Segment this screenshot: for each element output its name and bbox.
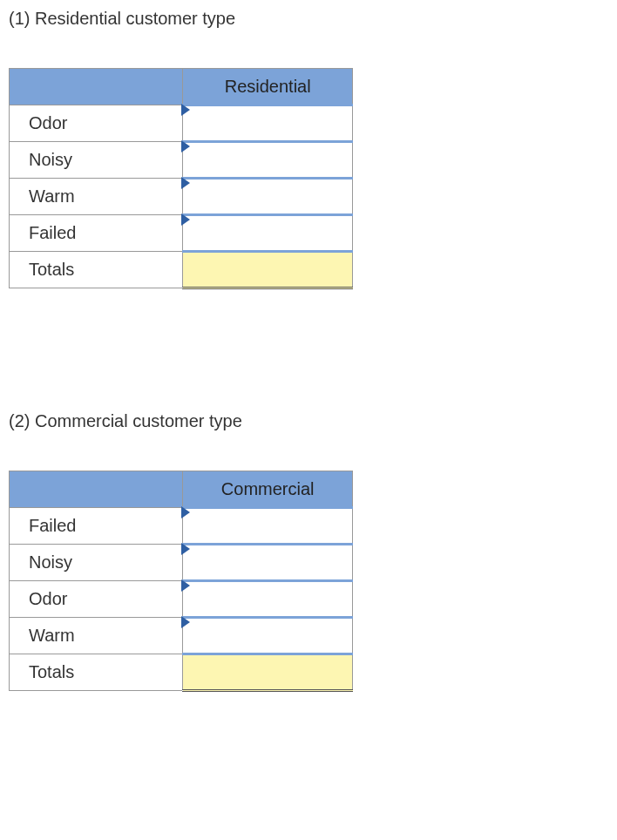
row-label: Failed: [10, 215, 183, 252]
row-label: Noisy: [10, 142, 183, 179]
input-cell[interactable]: [183, 215, 353, 252]
input-marker-icon: [181, 506, 190, 518]
input-cell[interactable]: [183, 142, 353, 179]
column-header: Residential: [183, 69, 353, 105]
section-commercial: (2) Commercial customer type Commercial …: [9, 411, 608, 692]
row-label: Warm: [10, 179, 183, 215]
table-row: Failed: [10, 215, 353, 252]
column-header: Commercial: [183, 471, 353, 508]
input-cell[interactable]: [183, 581, 353, 618]
input-marker-icon: [181, 140, 190, 152]
input-marker-icon: [181, 579, 190, 592]
table-row: Noisy: [10, 545, 353, 581]
row-label: Noisy: [10, 545, 183, 581]
table-row: Odor: [10, 581, 353, 618]
table-row: Warm: [10, 618, 353, 654]
input-marker-icon: [181, 104, 190, 116]
totals-cell: [183, 654, 353, 691]
table-header-row: Commercial: [10, 471, 353, 508]
table-row: Odor: [10, 105, 353, 142]
input-cell[interactable]: [183, 508, 353, 545]
section-title: (1) Residential customer type: [9, 9, 608, 29]
table-row: Warm: [10, 179, 353, 215]
table-corner-cell: [10, 69, 183, 105]
input-marker-icon: [181, 213, 190, 226]
input-marker-icon: [181, 177, 190, 189]
table-row: Noisy: [10, 142, 353, 179]
row-label: Warm: [10, 618, 183, 654]
input-cell[interactable]: [183, 618, 353, 654]
row-label: Odor: [10, 581, 183, 618]
table-residential: Residential Odor Noisy Warm Failed: [9, 68, 353, 289]
row-label: Odor: [10, 105, 183, 142]
section-title: (2) Commercial customer type: [9, 411, 608, 431]
table-totals-row: Totals: [10, 654, 353, 691]
totals-cell: [183, 252, 353, 288]
table-header-row: Residential: [10, 69, 353, 105]
input-cell[interactable]: [183, 105, 353, 142]
input-cell[interactable]: [183, 545, 353, 581]
input-marker-icon: [181, 543, 190, 555]
table-totals-row: Totals: [10, 252, 353, 288]
totals-label: Totals: [10, 654, 183, 691]
table-row: Failed: [10, 508, 353, 545]
row-label: Failed: [10, 508, 183, 545]
section-residential: (1) Residential customer type Residentia…: [9, 9, 608, 289]
table-corner-cell: [10, 471, 183, 508]
totals-label: Totals: [10, 252, 183, 288]
table-commercial: Commercial Failed Noisy Odor Warm: [9, 471, 353, 692]
input-cell[interactable]: [183, 179, 353, 215]
input-marker-icon: [181, 616, 190, 628]
